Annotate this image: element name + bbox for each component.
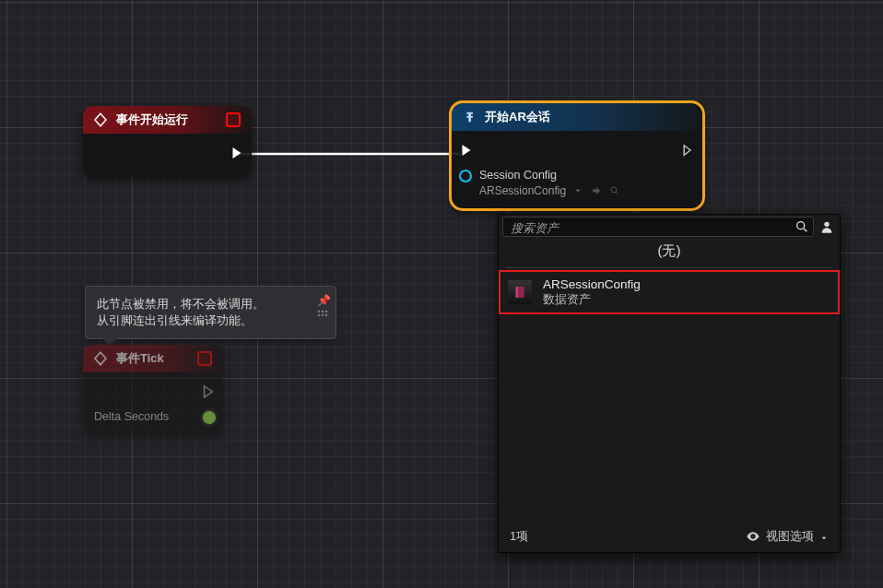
svg-rect-10 xyxy=(518,287,524,298)
svg-point-3 xyxy=(318,314,321,317)
pin-label-delta-seconds: Delta Seconds xyxy=(94,409,169,424)
exec-output-pin[interactable] xyxy=(678,141,697,159)
eye-icon xyxy=(746,529,760,544)
asset-list[interactable]: ARSessionConfig 数据资产 xyxy=(499,270,840,521)
node-title: 事件Tick xyxy=(116,350,164,367)
chevron-down-icon xyxy=(571,184,584,197)
asset-type: 数据资产 xyxy=(543,292,641,307)
exec-input-pin[interactable] xyxy=(457,141,476,159)
item-count: 1项 xyxy=(510,528,528,545)
svg-point-0 xyxy=(318,311,321,313)
node-title: 开始AR会话 xyxy=(485,109,550,125)
chevron-down-icon xyxy=(819,532,829,541)
view-options-label: 视图选项 xyxy=(766,528,814,545)
exec-output-pin[interactable] xyxy=(228,144,246,162)
svg-point-5 xyxy=(325,314,328,317)
pin-label-session-config: Session Config xyxy=(479,168,621,182)
search-placeholder: 搜索资产 xyxy=(511,221,559,235)
event-icon xyxy=(92,112,109,128)
pin-icon[interactable]: 📌 xyxy=(317,292,330,305)
drag-icon[interactable] xyxy=(317,309,330,322)
asset-list-item[interactable]: ARSessionConfig 数据资产 xyxy=(499,270,840,314)
svg-point-1 xyxy=(322,311,324,313)
asset-name: ARSessionConfig xyxy=(543,277,641,292)
svg-point-11 xyxy=(752,535,755,538)
comment-line2: 从引脚连出引线来编译功能。 xyxy=(97,313,253,327)
view-options-button[interactable]: 视图选项 xyxy=(746,528,829,545)
client-badge-icon xyxy=(226,112,241,127)
node-header[interactable]: 事件开始运行 xyxy=(83,106,252,134)
event-icon xyxy=(92,350,109,367)
user-filter-icon[interactable] xyxy=(818,218,836,236)
asset-picker-value: ARSessionConfig xyxy=(479,184,566,197)
data-input-pin-session-config[interactable] xyxy=(459,170,472,182)
exec-output-pin[interactable] xyxy=(199,382,218,401)
node-event-tick[interactable]: 事件Tick Delta Seconds xyxy=(83,345,223,435)
asset-search-input[interactable]: 搜索资产 xyxy=(502,217,814,237)
svg-point-8 xyxy=(824,222,829,227)
browse-icon[interactable] xyxy=(608,184,621,197)
svg-point-4 xyxy=(322,314,324,317)
comment-line1: 此节点被禁用，将不会被调用。 xyxy=(97,297,265,311)
svg-point-6 xyxy=(611,187,617,193)
client-badge-icon xyxy=(197,351,212,366)
separator xyxy=(506,267,832,268)
use-selected-icon[interactable] xyxy=(590,184,603,197)
node-start-ar-session[interactable]: 开始AR会话 Session Config ARSessionConfig xyxy=(452,103,702,208)
node-title: 事件开始运行 xyxy=(116,112,188,128)
picker-none-option[interactable]: (无) xyxy=(499,237,840,267)
node-header[interactable]: 事件Tick xyxy=(83,345,223,372)
function-icon xyxy=(461,109,477,125)
node-event-begin-play[interactable]: 事件开始运行 xyxy=(83,106,252,176)
disabled-node-comment: 此节点被禁用，将不会被调用。 从引脚连出引线来编译功能。 📌 xyxy=(85,286,336,339)
svg-point-2 xyxy=(325,311,328,313)
data-output-pin-delta[interactable] xyxy=(203,411,216,424)
svg-point-7 xyxy=(797,222,805,229)
asset-picker-dropdown[interactable]: ARSessionConfig xyxy=(479,184,621,197)
asset-picker-panel[interactable]: 搜索资产 (无) ARSessionConfig 数据资产 1项 xyxy=(498,214,841,553)
node-header[interactable]: 开始AR会话 xyxy=(452,103,702,131)
search-icon xyxy=(795,219,809,237)
asset-thumb-icon xyxy=(508,280,532,304)
